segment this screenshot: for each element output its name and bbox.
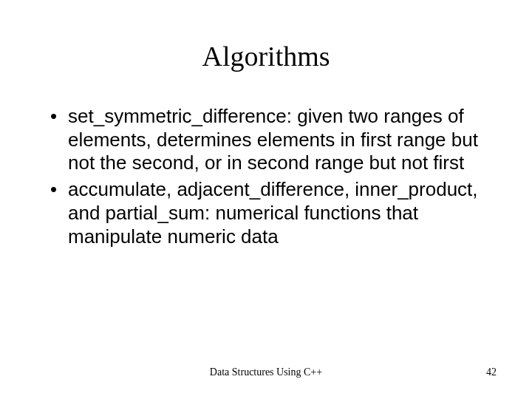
list-item: accumulate, adjacent_difference, inner_p… (53, 178, 497, 248)
footer-text: Data Structures Using C++ (0, 366, 532, 378)
slide: Algorithms set_symmetric_difference: giv… (0, 0, 532, 399)
slide-title: Algorithms (35, 40, 497, 72)
page-number: 42 (486, 366, 497, 378)
list-item: set_symmetric_difference: given two rang… (53, 105, 497, 175)
bullet-list: set_symmetric_difference: given two rang… (35, 105, 497, 248)
